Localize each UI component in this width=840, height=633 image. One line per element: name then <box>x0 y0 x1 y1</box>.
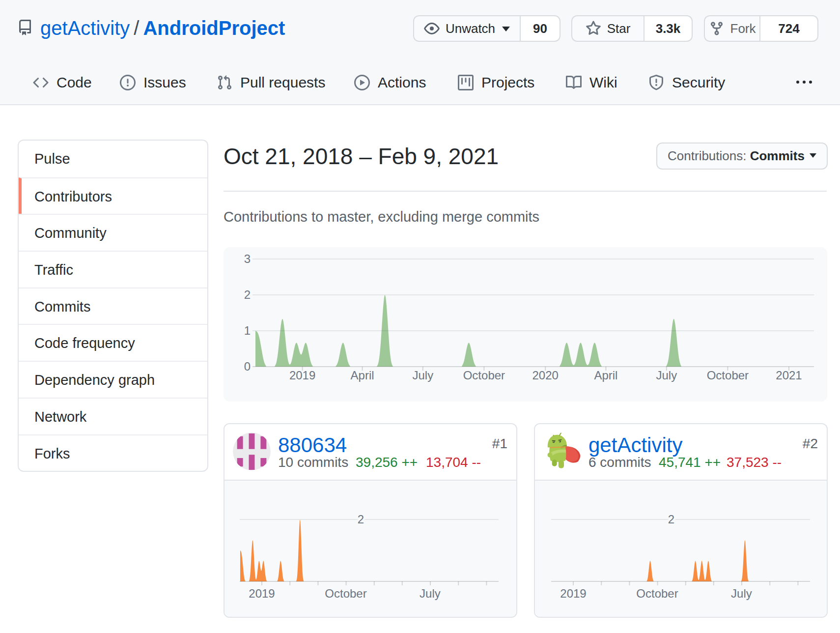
svg-text:3: 3 <box>244 252 251 265</box>
svg-text:April: April <box>594 369 617 382</box>
svg-text:July: July <box>656 369 677 382</box>
svg-text:2019: 2019 <box>560 587 586 600</box>
svg-text:2: 2 <box>244 288 251 301</box>
svg-text:October: October <box>463 369 505 382</box>
svg-text:July: July <box>412 369 433 382</box>
svg-text:2021: 2021 <box>776 369 802 382</box>
svg-text:2019: 2019 <box>289 369 315 382</box>
svg-text:April: April <box>351 369 374 382</box>
svg-text:2020: 2020 <box>532 369 559 382</box>
svg-text:October: October <box>325 587 366 600</box>
svg-text:2: 2 <box>668 513 674 526</box>
svg-text:October: October <box>707 369 749 382</box>
svg-text:0: 0 <box>244 360 251 373</box>
svg-text:1: 1 <box>244 324 251 337</box>
svg-text:October: October <box>636 587 678 600</box>
svg-text:July: July <box>420 587 441 600</box>
svg-text:2: 2 <box>358 513 364 526</box>
svg-text:July: July <box>731 587 752 600</box>
svg-text:2019: 2019 <box>249 587 275 600</box>
